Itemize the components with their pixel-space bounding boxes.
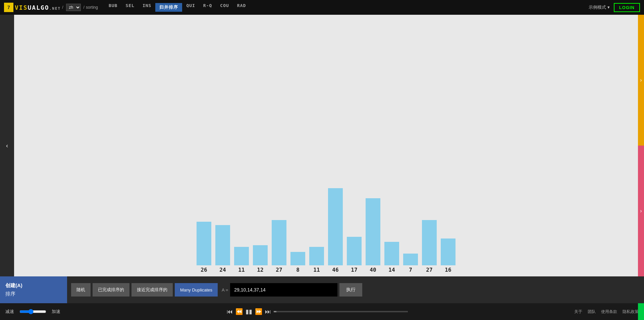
terms-link[interactable]: 使用条款 — [601, 309, 617, 315]
bar-4 — [272, 220, 286, 265]
bar-label-5: 8 — [296, 267, 300, 273]
nav-rq[interactable]: R-Q — [199, 3, 216, 12]
bottom-panel: 创建(A) 排序 随机 已完成排序的 接近完成排序的 Many Duplicat… — [0, 276, 644, 320]
header: 7 VISUALGO.NET / zh en / sorting BUB SEL… — [0, 0, 644, 15]
nav-bub[interactable]: BUB — [105, 3, 121, 12]
bar-12 — [422, 220, 437, 265]
team-link[interactable]: 团队 — [588, 309, 596, 315]
nav-merge[interactable]: 归并排序 — [155, 3, 182, 12]
bar-label-9: 40 — [370, 267, 376, 273]
lang-select[interactable]: zh en — [66, 4, 81, 11]
progress-bar[interactable] — [274, 311, 408, 312]
bar-item-13: 16 — [439, 238, 457, 273]
skip-end-button[interactable]: ⏭ — [265, 308, 271, 315]
logo-icon: 7 — [4, 3, 13, 12]
nav-rad[interactable]: RAD — [233, 3, 250, 12]
bar-item-5: 8 — [289, 252, 307, 273]
sorting-label: sorting — [86, 5, 98, 10]
bar-label-0: 26 — [201, 267, 207, 273]
many-duplicates-button[interactable]: Many Duplicates — [175, 283, 218, 297]
bar-5 — [290, 252, 305, 265]
bar-label-4: 27 — [276, 267, 282, 273]
bar-chart: 26241112278114617401472716 — [14, 15, 638, 276]
right-top-toggle[interactable]: › — [638, 15, 644, 146]
bar-label-1: 24 — [219, 267, 226, 273]
bar-1 — [215, 225, 230, 265]
skip-start-button[interactable]: ⏮ — [227, 308, 233, 315]
random-button[interactable]: 随机 — [71, 283, 91, 297]
bar-label-3: 12 — [257, 267, 263, 273]
slash1: / — [62, 5, 63, 10]
playback-controls: ⏮ ⏪ ▮▮ ⏩ ⏭ — [66, 308, 569, 315]
example-mode[interactable]: 示例模式 ▾ — [589, 4, 610, 10]
bar-item-11: 7 — [402, 254, 419, 273]
bar-item-7: 46 — [327, 188, 344, 273]
array-label: A = — [222, 287, 228, 292]
bar-item-4: 27 — [270, 220, 288, 273]
header-right: 示例模式 ▾ LOGIN — [589, 3, 640, 12]
bar-8 — [347, 237, 362, 265]
bar-item-6: 11 — [308, 247, 325, 273]
array-input[interactable] — [230, 283, 337, 297]
bar-10 — [384, 242, 399, 265]
right-bottom-toggle[interactable]: › — [638, 146, 644, 276]
bar-label-13: 16 — [445, 267, 451, 273]
bar-label-12: 27 — [426, 267, 432, 273]
sort-button[interactable]: 排序 — [5, 291, 62, 297]
playback-row: 减速 加速 ⏮ ⏪ ▮▮ ⏩ ⏭ 关于 团队 使用条款 隐私政策 — [0, 303, 644, 320]
nav-cou[interactable]: COU — [216, 3, 233, 12]
create-button[interactable]: 创建(A) — [5, 282, 62, 289]
fast-label: 加速 — [52, 309, 60, 315]
slash2: / — [84, 5, 85, 10]
login-button[interactable]: LOGIN — [614, 3, 640, 12]
bar-item-2: 11 — [233, 247, 250, 273]
bar-label-10: 14 — [388, 267, 395, 273]
create-sort-panel: 创建(A) 排序 — [0, 276, 67, 303]
progress-bar-fill — [274, 311, 276, 312]
near-sorted-button[interactable]: 接近完成排序的 — [131, 283, 173, 297]
logo-area: 7 VISUALGO.NET / zh en / sorting — [4, 3, 98, 12]
nav-links: BUB SEL INS 归并排序 QUI R-Q COU RAD — [105, 3, 250, 12]
bar-item-0: 26 — [195, 222, 213, 273]
about-link[interactable]: 关于 — [574, 309, 582, 315]
visualization-canvas: 26241112278114617401472716 — [14, 15, 638, 276]
bar-item-12: 27 — [421, 220, 438, 273]
slow-label: 减速 — [5, 309, 14, 315]
bar-item-3: 12 — [252, 245, 269, 273]
pause-button[interactable]: ▮▮ — [246, 308, 252, 315]
bar-item-8: 17 — [345, 237, 363, 273]
logo-text: VISUALGO.NET — [15, 4, 61, 11]
step-forward-button[interactable]: ⏩ — [255, 308, 262, 315]
control-row: 创建(A) 排序 随机 已完成排序的 接近完成排序的 Many Duplicat… — [0, 276, 644, 303]
bar-item-10: 14 — [383, 242, 400, 273]
controls-row: 随机 已完成排序的 接近完成排序的 Many Duplicates A = 执行 — [67, 276, 644, 303]
left-panel-toggle[interactable]: ‹ — [0, 15, 14, 276]
sorted-button[interactable]: 已完成排序的 — [93, 283, 129, 297]
bar-item-1: 24 — [214, 225, 231, 273]
bar-3 — [253, 245, 268, 265]
privacy-link[interactable]: 隐私政策 — [623, 309, 639, 315]
right-panel: › › — [638, 15, 644, 276]
chevron-left-icon: ‹ — [6, 142, 8, 149]
nav-sel[interactable]: SEL — [121, 3, 138, 12]
green-indicator — [638, 303, 644, 320]
bar-2 — [234, 247, 249, 265]
step-back-button[interactable]: ⏪ — [235, 308, 243, 315]
bar-11 — [403, 254, 418, 265]
bar-6 — [309, 247, 324, 265]
footer-links: 关于 团队 使用条款 隐私政策 — [574, 309, 639, 315]
bar-label-11: 7 — [409, 267, 412, 273]
chevron-right-icon-top: › — [640, 77, 642, 83]
chevron-right-icon-bottom: › — [640, 208, 642, 214]
nav-qui[interactable]: QUI — [182, 3, 199, 12]
bar-13 — [441, 238, 455, 265]
execute-button[interactable]: 执行 — [339, 283, 362, 297]
speed-slider[interactable] — [19, 309, 46, 314]
nav-ins[interactable]: INS — [139, 3, 155, 12]
bar-label-2: 11 — [238, 267, 245, 273]
bar-9 — [366, 198, 380, 265]
bar-7 — [328, 188, 343, 265]
bar-label-6: 11 — [313, 267, 320, 273]
bar-label-8: 17 — [351, 267, 357, 273]
bar-label-7: 46 — [332, 267, 338, 273]
